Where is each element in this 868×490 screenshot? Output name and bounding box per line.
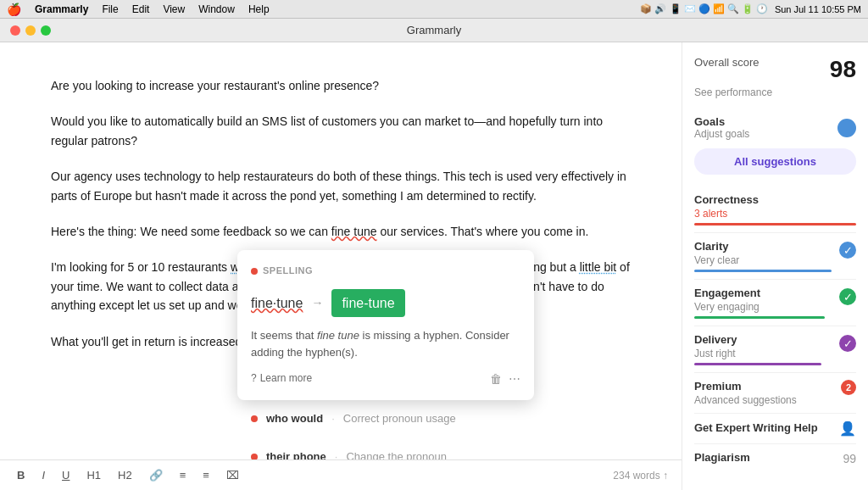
- more-options-button[interactable]: ⋯: [509, 372, 520, 386]
- premium-sub: Advanced suggestions: [694, 394, 797, 406]
- goals-info: Goals Adjust goals: [694, 115, 749, 140]
- word-original: fine·tune: [251, 292, 303, 315]
- engagement-bar: [694, 316, 825, 319]
- menu-window[interactable]: Window: [198, 3, 235, 15]
- minimize-button[interactable]: [25, 25, 36, 36]
- clarity-row[interactable]: Clarity Very clear ✓: [694, 233, 856, 280]
- spelling-footer: ? Learn more 🗑 ⋯: [251, 370, 520, 387]
- bold-button[interactable]: B: [14, 467, 28, 483]
- ordered-list-button[interactable]: ≡: [176, 467, 190, 483]
- correctness-alerts: 3 alerts: [694, 208, 856, 220]
- paragraph-3: Our agency uses technology to help resta…: [51, 167, 631, 205]
- italic-button[interactable]: I: [38, 467, 48, 483]
- score-info: Overall score: [694, 56, 760, 69]
- h2-button[interactable]: H2: [114, 467, 136, 483]
- spelling-description: It seems that fine tune is missing a hyp…: [251, 327, 520, 360]
- premium-row[interactable]: Premium Advanced suggestions 2: [694, 373, 856, 414]
- all-suggestions-button[interactable]: All suggestions: [694, 148, 856, 175]
- little-bit-word: little bit: [580, 260, 617, 274]
- link-button[interactable]: 🔗: [146, 467, 166, 483]
- correctness-label: Correctness: [694, 193, 856, 206]
- menu-bar-left: 🍎 Grammarly File Edit View Window Help: [7, 3, 270, 16]
- plagiarism-label: Plagiarism: [694, 451, 750, 464]
- suggestion-dot-1: [251, 415, 258, 422]
- popup-actions: 🗑 ⋯: [490, 372, 520, 386]
- word-corrected[interactable]: fine-tune: [331, 289, 404, 318]
- apple-logo: 🍎: [7, 3, 21, 16]
- word-count: 234 words ↑: [613, 470, 668, 482]
- suggestion-word-2: their phone: [266, 448, 326, 459]
- underline-button[interactable]: U: [58, 467, 73, 483]
- h1-button[interactable]: H1: [83, 467, 104, 483]
- unordered-list-button[interactable]: ≡: [199, 467, 213, 483]
- menu-bar: 🍎 Grammarly File Edit View Window Help 📦…: [0, 0, 868, 19]
- clarity-icon: ✓: [839, 242, 856, 259]
- spelling-popup: SPELLING fine·tune → fine-tune It seems …: [237, 250, 534, 400]
- question-icon: ?: [251, 370, 257, 387]
- expert-icon: 👤: [839, 420, 856, 437]
- premium-label: Premium: [694, 380, 797, 393]
- score-value: 98: [830, 56, 856, 83]
- learn-more-link[interactable]: ? Learn more: [251, 370, 312, 387]
- premium-info: Premium Advanced suggestions: [694, 380, 797, 406]
- delivery-bar: [694, 363, 821, 365]
- engagement-label: Engagement: [694, 287, 839, 299]
- expert-row[interactable]: Get Expert Writing Help 👤: [694, 414, 856, 444]
- editor-toolbar: B I U H1 H2 🔗 ≡ ≡ ⌧ 234 words ↑: [0, 459, 682, 490]
- correctness-bar: [694, 223, 856, 226]
- editor-content[interactable]: Are you looking to increase your restaur…: [0, 42, 682, 459]
- score-label: Overall score: [694, 56, 760, 69]
- learn-more-text: Learn more: [260, 370, 312, 387]
- right-sidebar: Overall score 98 See performance Goals A…: [682, 42, 868, 490]
- clarity-sub: Very clear: [694, 254, 839, 266]
- suggestion-dot-2: [251, 454, 258, 459]
- suggestion-item-1[interactable]: who would · Correct pronoun usage: [237, 402, 534, 437]
- close-button[interactable]: [10, 25, 20, 36]
- menubar-time: Sun Jul 11 10:55 PM: [775, 4, 861, 14]
- correctness-row[interactable]: Correctness 3 alerts: [694, 187, 856, 233]
- window-title: Grammarly: [407, 24, 461, 36]
- clear-format-button[interactable]: ⌧: [223, 467, 242, 483]
- suggestions-list: who would · Correct pronoun usage their …: [237, 398, 534, 459]
- plagiarism-row[interactable]: Plagiarism 99: [694, 444, 856, 472]
- engagement-icon: ✓: [839, 288, 856, 305]
- clarity-label: Clarity: [694, 240, 839, 253]
- suggestion-desc-1: Correct pronoun usage: [343, 410, 456, 428]
- goals-dot[interactable]: [837, 119, 856, 137]
- score-section: Overall score 98: [694, 56, 856, 83]
- maximize-button[interactable]: [41, 25, 51, 36]
- paragraph-1: Are you looking to increase your restaur…: [51, 76, 631, 95]
- delivery-label: Delivery: [694, 333, 839, 346]
- paragraph-2: Would you like to automatically build an…: [51, 112, 631, 150]
- menu-view[interactable]: View: [163, 3, 185, 15]
- menu-edit[interactable]: Edit: [132, 3, 150, 15]
- main-layout: Are you looking to increase your restaur…: [0, 42, 868, 490]
- premium-badge: 2: [841, 380, 856, 395]
- title-bar: Grammarly: [0, 19, 868, 42]
- suggestion-word-1: who would: [266, 410, 323, 428]
- delete-suggestion-button[interactable]: 🗑: [490, 372, 502, 386]
- correction-arrow: →: [311, 293, 323, 312]
- delivery-info: Delivery Just right: [694, 333, 839, 365]
- delivery-sub: Just right: [694, 348, 839, 359]
- engagement-row[interactable]: Engagement Very engaging ✓: [694, 280, 856, 326]
- plagiarism-icon: 99: [843, 452, 856, 465]
- clarity-info: Clarity Very clear: [694, 240, 839, 272]
- menu-bar-right: 📦 🔊 📱 ✉️ 🔵 📶 🔍 🔋 🕐 Sun Jul 11 10:55 PM: [640, 3, 861, 14]
- spelling-dot: [251, 268, 258, 275]
- menu-app[interactable]: Grammarly: [35, 3, 88, 15]
- engagement-info: Engagement Very engaging: [694, 287, 839, 319]
- menubar-icons: 📦 🔊 📱 ✉️ 🔵 📶 🔍 🔋 🕐: [640, 3, 767, 14]
- editor-area: Are you looking to increase your restaur…: [0, 42, 682, 490]
- adjust-goals-link[interactable]: Adjust goals: [694, 128, 749, 140]
- clarity-bar: [694, 270, 832, 272]
- suggestion-item-2[interactable]: their phone · Change the pronoun: [237, 440, 534, 459]
- suggestion-desc-2: Change the pronoun: [346, 448, 447, 459]
- menu-file[interactable]: File: [102, 3, 118, 15]
- delivery-row[interactable]: Delivery Just right ✓: [694, 326, 856, 373]
- spelling-header: SPELLING: [251, 264, 520, 279]
- fine-tune-word: fine tune: [331, 225, 377, 238]
- see-performance-link[interactable]: See performance: [694, 86, 856, 98]
- window-controls: [10, 25, 51, 36]
- menu-help[interactable]: Help: [248, 3, 270, 15]
